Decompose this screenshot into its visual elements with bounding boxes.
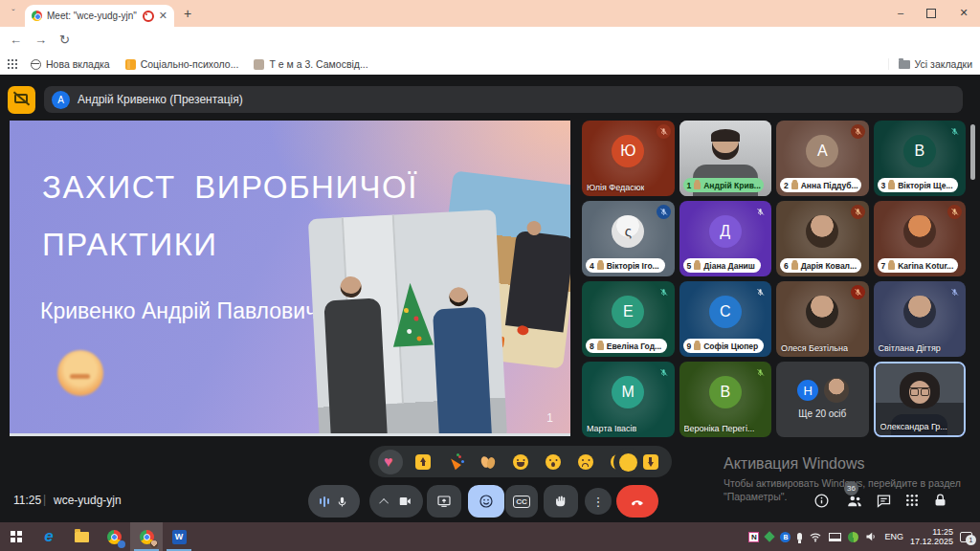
participant-tile[interactable]: ЮЮлія Федасюк xyxy=(582,121,675,196)
skin-tone-picker[interactable] xyxy=(613,448,642,476)
participant-scrollbar[interactable] xyxy=(970,124,975,180)
new-tab-button[interactable]: + xyxy=(184,6,191,21)
tab-close-icon[interactable]: ✕ xyxy=(159,10,167,22)
captions-button[interactable]: CC xyxy=(505,485,538,518)
avatar: В xyxy=(903,135,936,167)
taskbar-word[interactable]: W xyxy=(163,522,195,551)
party-popper-icon xyxy=(448,454,463,470)
antivirus-icon[interactable] xyxy=(848,532,858,542)
browser-tab-strip: ˇ Meet: "wce-yudg-yjn" ✕ + – ✕ xyxy=(0,0,980,27)
participant-name: Світлана Дігтяр xyxy=(879,343,941,353)
mic-muted-icon xyxy=(947,205,962,219)
participant-tile[interactable]: ς4Вікторія Іго... xyxy=(582,201,675,276)
tray-n-app-icon[interactable]: N xyxy=(748,532,759,542)
hand-icon xyxy=(554,495,568,508)
raised-hand-icon xyxy=(597,262,604,270)
tray-mic-icon[interactable] xyxy=(797,533,802,540)
back-icon[interactable]: ← xyxy=(10,33,22,47)
activities-button[interactable] xyxy=(904,493,920,508)
host-controls-button[interactable] xyxy=(932,493,948,509)
language-indicator[interactable]: ENG xyxy=(884,532,903,541)
windows-logo-icon xyxy=(11,531,22,542)
reactions-button[interactable] xyxy=(468,485,504,518)
party-popper-reaction-button[interactable] xyxy=(443,450,468,474)
crying-icon xyxy=(578,454,593,470)
reload-icon[interactable]: ↻ xyxy=(59,33,70,47)
participant-tile[interactable]: Олександра Гр... xyxy=(874,362,967,437)
raised-hand-icon xyxy=(694,342,701,350)
shared-presentation-slide[interactable]: ЗАХИСТ ВИРОБНИЧОЇ ПРАКТИКИ Кривенко Андр… xyxy=(10,121,570,436)
meeting-info-button[interactable] xyxy=(813,493,830,509)
participant-tile[interactable]: 1Андрій Крив... xyxy=(679,121,772,196)
avatar: Д xyxy=(709,215,742,248)
bookmark-item[interactable]: Т е м а 3. Самосвід... xyxy=(254,58,368,70)
end-call-button[interactable] xyxy=(616,485,658,518)
participant-tile[interactable]: С9Софія Цюпер xyxy=(679,281,772,357)
window-close-button[interactable]: ✕ xyxy=(957,7,970,19)
wifi-icon[interactable] xyxy=(809,531,822,542)
chat-panel-button[interactable] xyxy=(876,493,892,509)
profile-badge-icon xyxy=(150,540,158,548)
participant-tile[interactable]: Олеся Безтільна xyxy=(776,281,869,357)
clapping-hands-reaction-button[interactable] xyxy=(476,450,501,474)
more-options-button[interactable]: ⋮ xyxy=(585,488,612,515)
window-minimize-button[interactable]: – xyxy=(894,7,907,18)
participant-name: Олеся Безтільна xyxy=(781,343,848,353)
all-bookmarks-button[interactable]: Усі закладки xyxy=(888,58,972,70)
bookmark-item[interactable]: Нова вкладка xyxy=(31,58,110,70)
cc-icon: CC xyxy=(513,496,530,508)
participant-tile[interactable]: 7Karina Kotur... xyxy=(874,201,967,276)
raise-hand-button[interactable] xyxy=(544,485,578,518)
camera-button[interactable] xyxy=(369,485,423,518)
apps-grid-icon[interactable] xyxy=(8,59,17,69)
volume-icon[interactable] xyxy=(865,531,878,542)
bluetooth-icon[interactable]: B xyxy=(780,532,791,542)
mic-muted-icon xyxy=(657,124,671,139)
participant-tile[interactable]: НЩе 20 осіб xyxy=(776,362,869,437)
microphone-button[interactable] xyxy=(308,485,360,518)
avatar xyxy=(806,215,838,248)
taskbar-chrome[interactable] xyxy=(98,522,130,551)
presenter-banner[interactable]: А Андрій Кривенко (Презентація) xyxy=(44,86,963,113)
surprised-reaction-button[interactable] xyxy=(541,450,566,474)
browser-tab[interactable]: Meet: "wce-yudg-yjn" ✕ xyxy=(25,5,174,27)
tray-diamond-app-icon[interactable] xyxy=(765,531,775,541)
window-maximize-button[interactable] xyxy=(926,9,936,18)
taskbar-edge[interactable]: e xyxy=(33,522,65,551)
taskbar-file-explorer[interactable] xyxy=(65,522,98,551)
participant-tile[interactable]: Е8Евеліна Год... xyxy=(582,281,675,357)
doc-icon xyxy=(254,59,264,70)
participant-tile[interactable]: А2Анна Піддуб... xyxy=(776,121,869,196)
presentation-warning-icon[interactable] xyxy=(8,86,35,114)
participant-tile[interactable]: ВВероніка Перегі... xyxy=(679,362,772,437)
participant-tile[interactable]: Світлана Дігтяр xyxy=(874,281,967,357)
mic-muted-icon xyxy=(947,124,962,139)
raised-hand-name-pill: 8Евеліна Год... xyxy=(586,339,667,353)
crying-reaction-button[interactable] xyxy=(573,450,598,474)
thumbs-up-icon xyxy=(415,454,431,470)
action-center-icon[interactable]: 1 xyxy=(960,532,972,542)
taskbar-chrome-active[interactable] xyxy=(130,522,163,551)
activities-grid-icon xyxy=(904,493,920,508)
battery-laptop-icon[interactable] xyxy=(829,533,841,541)
tab-search-icon[interactable]: ˇ xyxy=(7,8,20,21)
people-panel-button[interactable] xyxy=(846,493,863,510)
participant-grid: ЮЮлія Федасюк1Андрій Крив...А2Анна Підду… xyxy=(582,121,966,437)
info-icon xyxy=(813,493,830,509)
avatar: А xyxy=(806,135,838,167)
bookmarks-bar: Нова вкладкаСоціально-психоло...Т е м а … xyxy=(0,54,980,75)
thumbs-up-reaction-button[interactable] xyxy=(411,450,435,474)
laughing-reaction-button[interactable] xyxy=(508,450,533,474)
participant-tile[interactable]: 6Дарія Ковал... xyxy=(776,201,869,276)
participant-tile[interactable]: Д5Діана Даниш xyxy=(679,201,772,276)
sparkling-heart-reaction-button[interactable] xyxy=(378,450,403,474)
tray-clock[interactable]: 11:2517.12.2025 xyxy=(910,527,953,546)
participant-tile[interactable]: ММарта Івасів xyxy=(582,362,675,437)
raised-hand-name-pill: 2Анна Піддуб... xyxy=(780,178,861,192)
forward-icon[interactable]: → xyxy=(34,33,47,47)
raised-hand-name-pill: 9Софія Цюпер xyxy=(683,339,765,353)
bookmark-item[interactable]: Соціально-психоло... xyxy=(125,58,239,70)
start-button[interactable] xyxy=(0,522,33,551)
present-screen-button[interactable] xyxy=(427,485,461,518)
participant-tile[interactable]: В3Вікторія Ще... xyxy=(874,121,967,196)
